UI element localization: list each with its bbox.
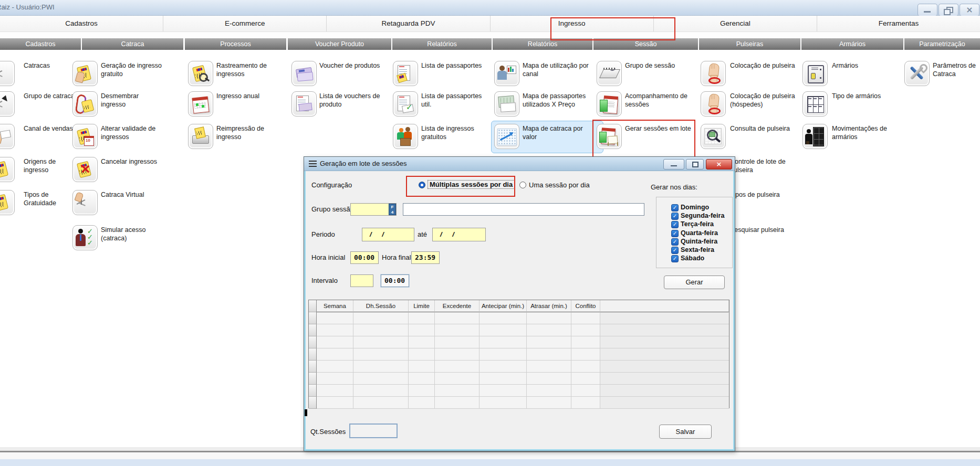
menu-icon[interactable] [309, 161, 317, 162]
people-box-icon[interactable] [393, 124, 418, 149]
radio-uma-sessao[interactable] [519, 182, 526, 188]
grid-cell[interactable] [571, 312, 600, 324]
checkbox-segunda-feira[interactable]: ✓ [671, 213, 679, 220]
ribbon-item-armarios[interactable]: Armários [832, 62, 901, 70]
dialog-minimize-button[interactable] [663, 159, 684, 170]
grid-cell[interactable] [409, 348, 435, 361]
ribbon-item-mapa-de-catraca-por-valor[interactable]: Mapa de catraca por valor [523, 125, 597, 141]
ribbon-item-lista-de-vouchers-de-produto[interactable]: Lista de vouchers de produto [319, 92, 385, 109]
restore-button[interactable] [939, 4, 958, 16]
radio-multiplas-sessoes[interactable] [419, 182, 425, 188]
grid-cell[interactable] [435, 373, 479, 385]
ribbon-item-grupo-de-sessao[interactable]: Grupo de sessão [625, 62, 692, 70]
grid-cell[interactable] [527, 324, 571, 336]
grid-cell[interactable] [409, 385, 435, 397]
ribbon-item-alterar-validade-de-ingressos[interactable]: Alterar validade de ingressos [101, 125, 165, 141]
grid-row-selector[interactable] [309, 336, 317, 348]
grid-cell[interactable] [479, 373, 527, 385]
grid-cell[interactable] [527, 361, 571, 373]
tab-ingresso[interactable]: Ingresso [491, 16, 654, 31]
grid-col-header-limite[interactable]: Limite [409, 300, 435, 312]
grid-cell[interactable] [527, 385, 571, 397]
tab-retaguarda-pdv[interactable]: Retaguarda PDV [327, 16, 490, 31]
hand-card-icon[interactable] [0, 124, 15, 149]
grid-cell[interactable] [353, 324, 409, 336]
grid-cell[interactable] [317, 348, 353, 361]
ribbon-item-catracas[interactable]: Catracas [24, 62, 80, 70]
grid-cell[interactable] [409, 336, 435, 348]
grid-col-header-dh-sessao[interactable]: Dh.Sessão [353, 300, 409, 312]
grid-cell[interactable] [409, 361, 435, 373]
grid-row-selector[interactable] [309, 348, 317, 361]
ribbon-item-simular-acesso-catraca[interactable]: Simular acesso (catraca) [101, 226, 165, 242]
grid-cell[interactable] [353, 361, 409, 373]
grid-cell[interactable] [317, 312, 353, 324]
grid-cell[interactable] [479, 385, 527, 397]
ribbon-item-controle-de-lote-de-pulseira[interactable]: Controle de lote de pulseira [730, 158, 799, 174]
grid-cell[interactable] [527, 348, 571, 361]
pen-ticket-icon[interactable] [0, 190, 15, 215]
grid-cell[interactable] [527, 373, 571, 385]
ribbon-item-tipos-de-pulseira[interactable]: Tipos de pulseira [730, 191, 799, 199]
grid-cell[interactable] [479, 336, 527, 348]
grid-cell[interactable] [317, 324, 353, 336]
grid-cell[interactable] [527, 397, 571, 409]
radio-multiplas-sessoes-label[interactable]: Múltiplas sessões por dia [428, 180, 515, 189]
ribbon-item-mapa-de-passaportes-utilizados-x-preco[interactable]: Mapa de passaportes utilizados X Preço [523, 92, 597, 109]
calendar-green-icon[interactable] [597, 91, 622, 116]
magnifier-band-icon[interactable] [701, 124, 726, 149]
hand-band-icon[interactable] [701, 91, 726, 116]
day-label-quinta-feira[interactable]: Quinta-feira [681, 238, 717, 245]
tab-cadastros[interactable]: Cadastros [0, 16, 163, 31]
grid-cell[interactable] [353, 373, 409, 385]
grid-row-selector[interactable] [309, 373, 317, 385]
ribbon-item-acompanhamento-de-sessoes[interactable]: Acompanhamento de sessões [625, 92, 692, 109]
ribbon-item-canal-de-vendas[interactable]: Canal de vendas [24, 125, 80, 133]
grid-cell[interactable] [353, 385, 409, 397]
grid-cell[interactable] [435, 397, 479, 409]
grid-cell[interactable] [435, 336, 479, 348]
ribbon-item-colocacao-de-pulseira[interactable]: Colocação de pulseira [730, 62, 799, 70]
periodo-inicio-input[interactable]: / / [362, 228, 414, 241]
ribbon-item-pesquisar-pulseira[interactable]: Pesquisar pulseira [730, 226, 799, 235]
grid-cell[interactable] [479, 361, 527, 373]
grid-cell[interactable] [479, 348, 527, 361]
ticket-icon[interactable] [0, 157, 15, 182]
ribbon-item-rastreamento-de-ingressos[interactable]: Rastreamento de ingressos [216, 62, 283, 78]
map-paper-icon[interactable] [494, 91, 519, 116]
checkbox-quinta-feira[interactable]: ✓ [671, 238, 679, 246]
grid-cell[interactable] [435, 348, 479, 361]
checkbox-sexta-feira[interactable]: ✓ [671, 247, 679, 254]
grid-cell[interactable] [571, 324, 600, 336]
grid-col-header-antecipar-min[interactable]: Antecipar (min.) [479, 300, 527, 312]
ribbon-item-lista-de-ingressos-gratuitos[interactable]: Lista de ingressos gratuitos [421, 125, 487, 141]
grid-cell[interactable] [353, 397, 409, 409]
hora-final-input[interactable]: 23:59 [411, 251, 440, 264]
grid-cell[interactable] [479, 397, 527, 409]
doc-voucher-icon[interactable] [291, 91, 317, 116]
day-label-terca-feira[interactable]: Terça-feira [681, 220, 714, 228]
f4-lookup-badge[interactable]: F4 [389, 204, 396, 215]
close-button[interactable]: × [960, 4, 979, 16]
person-lockers-icon[interactable] [802, 124, 828, 149]
salvar-button[interactable]: Salvar [659, 425, 712, 439]
grid-col-header-excedente[interactable]: Excedente [435, 300, 479, 312]
ribbon-item-reimpressao-de-ingresso[interactable]: Reimpressão de ingresso [216, 125, 283, 141]
tab-e-commerce[interactable]: E-commerce [163, 16, 327, 31]
grid-cell[interactable] [479, 324, 527, 336]
ribbon-item-lista-de-passaportes[interactable]: Lista de passaportes [421, 62, 487, 70]
day-label-sexta-feira[interactable]: Sexta-feira [681, 246, 714, 253]
minimize-button[interactable] [918, 4, 937, 16]
grid-cell[interactable] [435, 385, 479, 397]
grid-cell[interactable] [571, 336, 600, 348]
dna-ticket-icon[interactable] [72, 91, 98, 116]
grid-cell[interactable] [317, 336, 353, 348]
grid-row-selector[interactable] [309, 385, 317, 397]
person-checks-icon[interactable]: ✓ ✓ ✓ [72, 225, 98, 250]
grid-cell[interactable] [353, 312, 409, 324]
grid-col-header-atrasar-min[interactable]: Atrasar (min.) [527, 300, 571, 312]
day-label-domingo[interactable]: Domingo [681, 204, 709, 211]
ribbon-item-movimentacoes-de-armarios[interactable]: Movimentações de armários [832, 125, 901, 141]
grid-cell[interactable] [479, 312, 527, 324]
intervalo-input[interactable] [350, 274, 373, 287]
